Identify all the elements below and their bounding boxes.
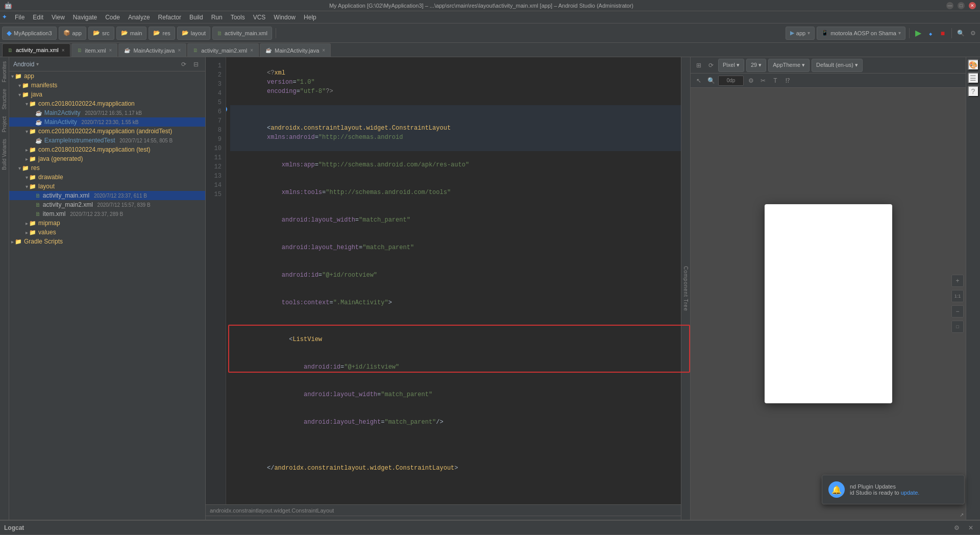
tree-item[interactable]: ▾ 📁 manifests (9, 81, 205, 90)
menu-build[interactable]: Build (185, 13, 207, 22)
resize-handle[interactable]: ↗ (960, 512, 964, 518)
zoom-fit-btn[interactable]: □ (951, 321, 964, 333)
design-refresh-btn[interactable]: ⟳ (706, 60, 716, 70)
component-tree-panel: Component Tree (681, 57, 690, 520)
tree-item[interactable]: ▾ 📁 drawable (9, 173, 205, 182)
zoom-in-btn[interactable]: + (951, 275, 964, 287)
search-everywhere-button[interactable]: 🔍 (955, 28, 966, 38)
code-editor[interactable]: <?xml version="1.0" encoding="utf-8"?> <… (226, 57, 690, 504)
close-tab-main2-activity[interactable]: × (322, 47, 325, 53)
tree-item[interactable]: ▸ 📁 mipmap (9, 218, 205, 228)
update-link[interactable]: update. (901, 490, 920, 496)
notification-popup: 🔔 nd Plugin Updates id Studio is ready t… (822, 475, 965, 504)
zoom-reset-btn[interactable]: 1:1 (951, 290, 964, 302)
activity-main-btn[interactable]: 🗎 activity_main.xml (212, 27, 272, 40)
tree-item[interactable]: ☕ ExampleInstrumentedTest 2020/7/12 14:5… (9, 136, 205, 145)
editor-footer: androidx.constraintlayout.widget.Constra… (206, 504, 690, 516)
locale-selector[interactable]: Default (en-us) ▾ (812, 59, 863, 72)
tab-activity-main2[interactable]: 🗎 activity_main2.xml × (187, 43, 259, 57)
tree-item[interactable]: ▸ 📁 values (9, 228, 205, 237)
tree-item[interactable]: ▾ 📁 java (9, 90, 205, 99)
menu-code[interactable]: Code (101, 13, 124, 22)
guide-icon-btn[interactable]: ? (968, 86, 979, 97)
tree-item[interactable]: ▾ 📁 layout (9, 182, 205, 191)
stop-button[interactable]: ■ (938, 28, 948, 38)
zoom-selector[interactable]: 29 ▾ (746, 59, 766, 72)
tree-item[interactable]: ☕ MainActivity 2020/7/12 23:30, 1.55 kB (9, 117, 205, 127)
tree-item[interactable]: ▾ 📁 app (9, 71, 205, 81)
side-tab-build-variants[interactable]: Build Variants (0, 136, 9, 173)
logcat-close-btn[interactable]: ✕ (966, 523, 976, 533)
main-toolbar: ◆ MyApplication3 📦 app 📂 src 📂 main 📂 re… (0, 23, 980, 43)
settings-button[interactable]: ⚙ (968, 28, 978, 38)
design-tool-6[interactable]: ⁉ (782, 76, 793, 86)
menu-refactor[interactable]: Refactor (154, 13, 185, 22)
design-tool-4[interactable]: ✂ (758, 76, 768, 86)
design-palette-btn[interactable]: ⊞ (694, 60, 704, 70)
side-tab-structure[interactable]: Structure (0, 86, 9, 113)
menu-tools[interactable]: Tools (227, 13, 249, 22)
side-tab-project[interactable]: Project (0, 113, 9, 135)
device-selector[interactable]: 📱 motorola AOSP on Shama ▾ (817, 27, 905, 40)
layout-btn[interactable]: 📂 layout (177, 27, 210, 40)
theme-selector[interactable]: AppTheme ▾ (768, 59, 810, 72)
app-module-btn[interactable]: 📦 app (59, 27, 86, 40)
run-button[interactable]: ▶ (913, 28, 923, 38)
menu-edit[interactable]: Edit (29, 13, 47, 22)
res-btn[interactable]: 📂 res (149, 27, 175, 40)
design-tool-2[interactable]: 🔍 (706, 76, 716, 86)
tree-item[interactable]: ▸ 📁 java (generated) (9, 154, 205, 163)
sync-btn[interactable]: ⟳ (179, 59, 189, 69)
menu-vcs[interactable]: VCS (249, 13, 270, 22)
tree-item[interactable]: ▾ 📁 com.c201801020224.myapplication (9, 99, 205, 108)
close-tab-item-xml[interactable]: × (109, 47, 112, 53)
tree-item[interactable]: 🗎 item.xml 2020/7/12 23:37, 289 B (9, 209, 205, 218)
menu-window[interactable]: Window (270, 13, 300, 22)
notification-body: id Studio is ready to update. (850, 490, 919, 496)
close-tab-main-activity[interactable]: × (178, 47, 181, 53)
maximize-button[interactable]: □ (958, 2, 965, 9)
editor-content[interactable]: 12345 678910 1112131415 <?xml version="1… (206, 57, 690, 504)
attributes-icon-btn[interactable]: ☰ (968, 72, 979, 84)
design-tool-3[interactable]: ⚙ (746, 76, 756, 86)
minimize-button[interactable]: — (946, 2, 953, 9)
palette-icon-btn[interactable]: 🎨 (968, 59, 979, 70)
close-button[interactable]: ✕ (969, 2, 976, 9)
tree-item[interactable]: ▾ 📁 res (9, 163, 205, 173)
menu-help[interactable]: Help (300, 13, 321, 22)
pixel-selector[interactable]: Pixel ▾ (718, 59, 744, 72)
menu-navigate[interactable]: Navigate (69, 13, 101, 22)
logcat-settings-btn[interactable]: ⚙ (951, 523, 962, 533)
design-tool-1[interactable]: ↖ (694, 76, 704, 86)
close-tab-activity-main2[interactable]: × (250, 47, 253, 53)
collapse-all-btn[interactable]: ⊟ (191, 59, 201, 69)
tree-item[interactable]: ☕ Main2Activity 2020/7/12 16:35, 1.17 kB (9, 108, 205, 117)
tab-main2-activity-java[interactable]: ☕ Main2Activity.java × (260, 43, 331, 57)
tree-item[interactable]: ▸ 📁 Gradle Scripts (9, 237, 205, 246)
tree-item[interactable]: 🗎 activity_main.xml 2020/7/12 23:37, 611… (9, 191, 205, 200)
tab-activity-main[interactable]: 🗎 activity_main.xml × (2, 43, 70, 57)
zoom-out-btn[interactable]: − (951, 305, 964, 318)
notification-text: nd Plugin Updates id Studio is ready to … (850, 483, 919, 496)
editor-area: 12345 678910 1112131415 <?xml version="1… (206, 57, 690, 520)
tree-item[interactable]: 🗎 activity_main2.xml 2020/7/12 15:57, 83… (9, 200, 205, 209)
src-btn[interactable]: 📂 src (88, 27, 114, 40)
tree-item[interactable]: ▾ 📁 com.c201801020224.myapplication (and… (9, 127, 205, 136)
tab-item-xml[interactable]: 🗎 item.xml × (71, 43, 118, 57)
debug-button[interactable]: ⬥ (925, 28, 936, 38)
main-btn[interactable]: 📂 main (116, 27, 147, 40)
side-tab-favorites[interactable]: Favorites (0, 58, 9, 85)
design-tool-5[interactable]: T (770, 76, 780, 86)
menu-view[interactable]: View (47, 13, 69, 22)
dp-input[interactable]: 0dp (718, 76, 744, 86)
left-side-tabs: Favorites Structure Project Build Varian… (0, 57, 9, 520)
tree-item[interactable]: ▸ 📁 com.c201801020224.myapplication (tes… (9, 145, 205, 154)
close-tab-activity-main[interactable]: × (62, 47, 65, 53)
editor-hscrollbar[interactable] (206, 516, 690, 520)
tab-main-activity-java[interactable]: ☕ MainActivity.java × (118, 43, 186, 57)
menu-run[interactable]: Run (207, 13, 227, 22)
project-selector[interactable]: ◆ MyApplication3 (2, 27, 57, 40)
run-config-selector[interactable]: ▶ app ▾ (786, 27, 815, 40)
menu-analyze[interactable]: Analyze (124, 13, 154, 22)
menu-file[interactable]: File (11, 13, 29, 22)
